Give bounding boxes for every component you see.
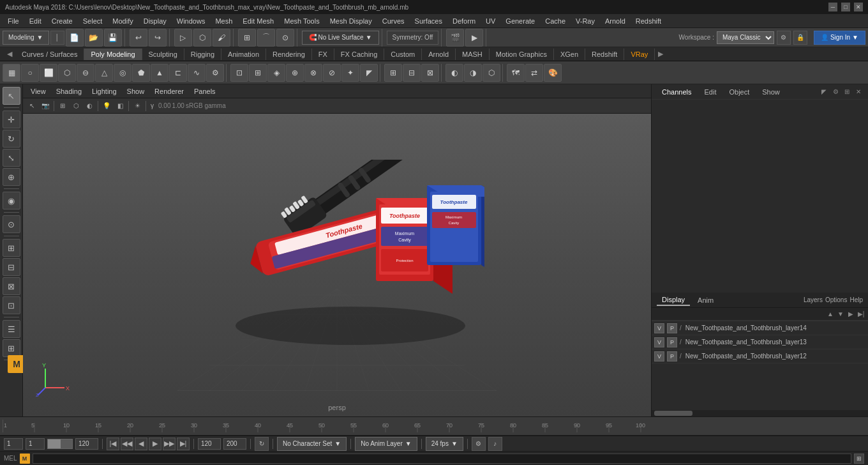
poly-cylinder-icon[interactable]: ⬡ (58, 64, 76, 82)
menu-create[interactable]: Create (47, 16, 78, 26)
loop-toggle[interactable]: ↻ (255, 437, 269, 451)
snap-curve-icon[interactable]: ⌒ (257, 29, 275, 47)
wedge-icon[interactable]: ◤ (360, 64, 378, 82)
select-tool[interactable]: ↖ (3, 87, 20, 105)
new-scene-icon[interactable]: 📄 (66, 29, 84, 47)
menu-cache[interactable]: Cache (540, 16, 571, 26)
tab-poly-modeling[interactable]: Poly Modeling (84, 49, 142, 60)
layer-13-name[interactable]: New_Toothpaste_and_Toothbrush_layer13 (685, 339, 865, 346)
menu-display[interactable]: Display (138, 16, 172, 26)
menu-deform[interactable]: Deform (447, 16, 481, 26)
extrude-icon[interactable]: ⊡ (230, 64, 248, 82)
pb-play[interactable]: ▶ (149, 438, 161, 450)
tab-redshift[interactable]: Redshift (585, 49, 624, 60)
panel-resize-icon[interactable]: ◤ (819, 88, 828, 96)
live-surface-button[interactable]: 🧲 No Live Surface ▼ (302, 31, 379, 45)
universal-manip-tool[interactable]: ⊕ (3, 168, 20, 186)
merge-icon[interactable]: ⊕ (286, 64, 304, 82)
poly-pyramid-icon[interactable]: ▲ (151, 64, 168, 82)
sound-icon[interactable]: ♪ (488, 437, 502, 451)
layer-13-visibility[interactable]: V (654, 337, 664, 347)
frame-end-input2[interactable] (198, 438, 221, 450)
frame-end-input3[interactable] (223, 438, 246, 450)
module-tabs-right-arrow[interactable]: ▶ (655, 47, 666, 61)
poly-gear-icon[interactable]: ⚙ (206, 64, 224, 82)
maximize-button[interactable]: □ (841, 3, 850, 11)
snap-grid-icon[interactable]: ⊞ (238, 29, 256, 47)
snap-point-icon[interactable]: ⊙ (276, 29, 294, 47)
mel-logo-button[interactable]: M (20, 454, 30, 464)
vp-shadow-icon[interactable]: ◧ (114, 100, 126, 112)
layers-menu-help[interactable]: Help (849, 296, 863, 303)
combine-icon[interactable]: ⊞ (384, 64, 402, 82)
tab-fx[interactable]: FX (312, 49, 334, 60)
minimize-button[interactable]: ─ (828, 3, 837, 11)
connect-icon[interactable]: ⊗ (304, 64, 322, 82)
vp-menu-shading[interactable]: Shading (52, 86, 86, 96)
frame-slider-thumb[interactable] (48, 439, 61, 448)
poly-prism-icon[interactable]: ⬟ (132, 64, 150, 82)
bridge-icon[interactable]: ⊞ (249, 64, 267, 82)
pb-next-frame[interactable]: ▶▶ (163, 438, 176, 450)
layer-scrollbar[interactable] (652, 410, 868, 416)
anim-settings-icon[interactable]: ⚙ (472, 437, 486, 451)
vp-menu-view[interactable]: View (27, 86, 50, 96)
menu-edit-mesh[interactable]: Edit Mesh (237, 16, 279, 26)
poly-torus-icon[interactable]: ◎ (114, 64, 131, 82)
render-icon[interactable]: 🎬 (446, 29, 464, 47)
vp-light-icon[interactable]: 💡 (100, 100, 113, 112)
open-scene-icon[interactable]: 📂 (85, 29, 103, 47)
character-set-dropdown[interactable]: No Character Set ▼ (277, 437, 347, 451)
menu-surfaces[interactable]: Surfaces (410, 16, 447, 26)
toolbar-icon-1[interactable]: │ (50, 31, 64, 45)
symmetry-button[interactable]: Symmetry: Off (387, 31, 439, 45)
menu-windows[interactable]: Windows (172, 16, 211, 26)
tab-animation[interactable]: Animation (221, 49, 266, 60)
ipr-icon[interactable]: ▶ (465, 29, 483, 47)
tab-display[interactable]: Display (657, 294, 690, 306)
layer-14-playback[interactable]: P (667, 323, 677, 333)
snap-to-grid[interactable]: ⊟ (3, 258, 20, 276)
menu-select[interactable]: Select (78, 16, 108, 26)
lasso-icon[interactable]: ⬡ (193, 29, 211, 47)
panel-settings-icon[interactable]: ⚙ (831, 88, 840, 96)
module-tabs-left-arrow[interactable]: ◀ (4, 47, 15, 61)
poly-cone-icon[interactable]: △ (95, 64, 113, 82)
tab-fx-caching[interactable]: FX Caching (334, 49, 384, 60)
poly-cube-icon[interactable]: ⬜ (40, 64, 57, 82)
viewport-3d[interactable]: Toothpaste (23, 114, 651, 416)
workspace-lock-icon[interactable]: 🔒 (793, 31, 807, 45)
redo-icon[interactable]: ↪ (149, 29, 167, 47)
layer-scroll-right[interactable]: ▶ (846, 310, 855, 319)
poly-plane-icon[interactable]: ▦ (3, 64, 20, 82)
layer-13-playback[interactable]: P (667, 337, 677, 347)
vp-menu-panels[interactable]: Panels (190, 86, 220, 96)
fps-dropdown[interactable]: 24 fps ▼ (426, 437, 463, 451)
menu-mesh-display[interactable]: Mesh Display (325, 16, 377, 26)
remesh-icon[interactable]: ⬡ (483, 64, 500, 82)
vp-gamma-toggle[interactable]: γ (148, 100, 156, 112)
separate-icon[interactable]: ⊟ (403, 64, 421, 82)
paint-select-icon[interactable]: 🖌 (213, 29, 230, 47)
uv-editor-icon[interactable]: ⊞ (3, 339, 20, 357)
tab-mash[interactable]: MASH (456, 49, 490, 60)
poke-icon[interactable]: ✦ (341, 64, 359, 82)
sign-in-button[interactable]: 👤 Sign In ▼ (814, 31, 865, 45)
menu-file[interactable]: File (3, 16, 24, 26)
vp-camera-icon[interactable]: 📷 (39, 100, 52, 112)
menu-generate[interactable]: Generate (500, 16, 540, 26)
menu-uv[interactable]: UV (481, 16, 500, 26)
tab-xgen[interactable]: XGen (554, 49, 585, 60)
menu-mesh-tools[interactable]: Mesh Tools (279, 16, 324, 26)
vp-select-mode[interactable]: ↖ (26, 100, 38, 112)
tab-curves-surfaces[interactable]: Curves / Surfaces (15, 49, 84, 60)
undo-icon[interactable]: ↩ (130, 29, 147, 47)
vp-shaded-icon[interactable]: ◐ (83, 100, 96, 112)
uv-icon[interactable]: 🗺 (507, 64, 525, 82)
show-manip-tool[interactable]: ⊙ (3, 215, 20, 233)
anim-layer-dropdown[interactable]: No Anim Layer ▼ (355, 437, 417, 451)
vp-grid-icon[interactable]: ⊞ (56, 100, 69, 112)
tab-channels[interactable]: Channels (657, 87, 696, 97)
menu-vray[interactable]: V-Ray (571, 16, 600, 26)
smooth-icon[interactable]: ◐ (445, 64, 463, 82)
